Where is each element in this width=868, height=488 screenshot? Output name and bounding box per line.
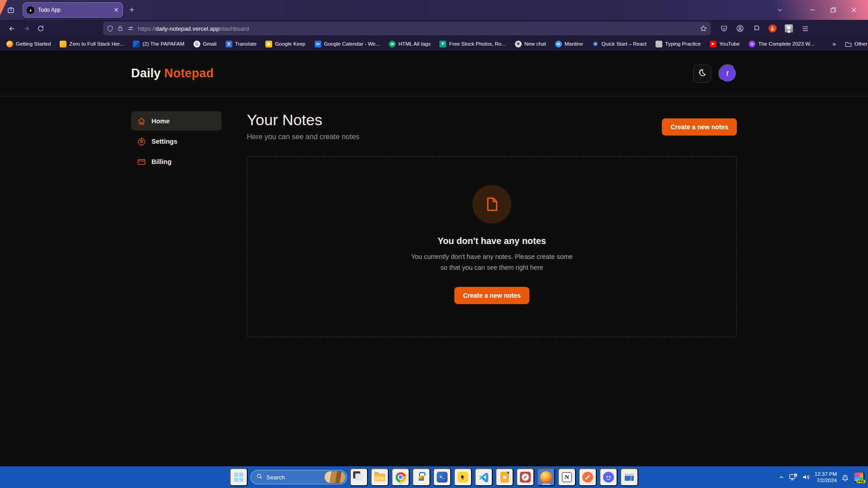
vercel-favicon-icon: ▲	[27, 6, 34, 14]
tray-date: 7/2/2024	[815, 477, 837, 483]
other-bookmarks-folder[interactable]: Other Bookmarks	[845, 41, 868, 47]
bookmark-react-quickstart[interactable]: ⚛Quick Start – React	[592, 41, 647, 47]
notes-doc-icon[interactable]	[495, 468, 514, 486]
task-view-icon[interactable]	[350, 468, 368, 486]
terminal-icon[interactable]: >_	[433, 468, 451, 486]
url-scheme: https://	[138, 25, 156, 32]
browser-tab-todo-app[interactable]: ▲ Todo App ✕	[23, 2, 123, 18]
todo-check-icon[interactable]: ✓	[516, 468, 534, 486]
tracking-shield-icon[interactable]	[107, 25, 113, 32]
translate-icon	[226, 41, 232, 47]
firefox-taskbar-icon[interactable]	[537, 468, 555, 486]
url-text[interactable]: https://daily-notepad.vercel.app/dashboa…	[138, 25, 696, 32]
notification-bell-icon[interactable]	[841, 474, 849, 481]
bookmark-typing-practice[interactable]: Typing Practice	[656, 41, 701, 47]
sidebar-item-settings[interactable]: Settings	[131, 131, 222, 151]
page-subtitle: Here you can see and create notes	[247, 133, 359, 141]
chrome-icon[interactable]	[392, 468, 410, 486]
keep-icon	[265, 41, 272, 47]
react-icon: ⚛	[592, 41, 599, 47]
file-explorer-icon[interactable]	[371, 468, 389, 486]
bookmark-mantine[interactable]: Mantine	[555, 41, 583, 47]
microsoft-store-icon[interactable]	[412, 468, 430, 486]
home-icon	[137, 117, 146, 126]
create-note-button-top[interactable]: Create a new notes	[662, 118, 737, 136]
address-bar[interactable]: https://daily-notepad.vercel.app/dashboa…	[103, 22, 711, 35]
web-page: Daily Notepad r Home	[0, 51, 868, 466]
bookmark-getting-started[interactable]: Getting Started	[6, 41, 51, 47]
back-icon[interactable]	[5, 22, 19, 35]
browser-toolbar: https://daily-notepad.vercel.app/dashboa…	[0, 20, 868, 37]
calendar-icon	[315, 41, 321, 47]
tab-title: Todo App	[38, 7, 110, 13]
auto-clicker-icon[interactable]	[454, 468, 472, 486]
list-all-tabs-icon[interactable]	[777, 7, 783, 13]
postman-icon[interactable]	[579, 468, 597, 486]
start-button[interactable]	[230, 468, 248, 486]
folder-icon	[845, 41, 852, 47]
extension-avatar-icon[interactable]	[782, 22, 796, 35]
firefox-view-icon[interactable]	[4, 3, 18, 17]
bookmarks-overflow-chevron-icon[interactable]: »	[832, 40, 836, 47]
account-icon[interactable]	[733, 22, 747, 35]
close-button[interactable]	[844, 3, 864, 17]
sidebar-item-home[interactable]: Home	[131, 111, 222, 131]
menu-hamburger-icon[interactable]	[798, 22, 812, 35]
tab-close-icon[interactable]: ✕	[113, 7, 119, 13]
theme-toggle-button[interactable]	[693, 65, 711, 83]
channel-icon	[133, 41, 140, 47]
browser-tab-bar: ▲ Todo App ✕ +	[0, 0, 868, 20]
typing-icon	[656, 41, 662, 47]
discord-icon[interactable]	[599, 468, 618, 486]
pocket-icon[interactable]	[717, 22, 731, 35]
sidebar-item-billing[interactable]: Billing	[131, 152, 222, 171]
bookmarks-bar: Getting Started Zero to Full Stack Her..…	[0, 37, 868, 51]
empty-state-title: You don't have any notes	[438, 236, 546, 246]
empty-state-description: You currently don't have any notes. Plea…	[411, 251, 573, 273]
adblocker-icon[interactable]: ✋	[766, 22, 779, 35]
reload-icon[interactable]	[33, 22, 48, 35]
permissions-icon[interactable]	[127, 25, 134, 32]
page-title: Your Notes	[247, 111, 359, 129]
w3schools-icon	[389, 41, 396, 47]
forward-icon[interactable]	[19, 22, 33, 35]
bookmark-pexels[interactable]: Free Stock Photos, Ro...	[439, 41, 505, 47]
copilot-icon[interactable]: PRE	[854, 472, 864, 483]
bookmark-zero-to-full-stack[interactable]: Zero to Full Stack Her...	[60, 41, 124, 47]
create-note-button-empty[interactable]: Create a new notes	[454, 287, 529, 304]
bookmark-google-keep[interactable]: Google Keep	[265, 41, 305, 47]
bookmark-html-tags[interactable]: HTML All tags	[389, 41, 430, 47]
gmail-icon	[193, 41, 200, 47]
speaker-icon[interactable]	[802, 474, 810, 481]
url-path: /dashboard	[220, 25, 249, 32]
tray-chevron-up-icon[interactable]	[778, 474, 784, 480]
search-icon	[256, 473, 263, 481]
bookmark-star-icon[interactable]	[700, 25, 707, 32]
credit-card-icon	[137, 157, 146, 166]
bookmark-new-chat[interactable]: New chat	[515, 41, 546, 47]
bookmark-google-calendar[interactable]: Google Calendar - We...	[315, 41, 380, 47]
restore-button[interactable]	[823, 3, 844, 17]
avatar[interactable]: r	[718, 64, 737, 83]
network-icon[interactable]	[789, 474, 797, 481]
new-tab-button[interactable]: +	[129, 5, 134, 15]
bookmark-papafam[interactable]: (2) The PAPAFAM	[133, 41, 184, 47]
desktop-screen: ▲ Todo App ✕ +	[0, 0, 868, 488]
app-logo[interactable]: Daily Notepad	[131, 66, 214, 80]
bookmark-youtube[interactable]: YouTube	[710, 41, 740, 47]
extensions-puzzle-icon[interactable]	[750, 22, 763, 35]
bookmark-gmail[interactable]: Gmail	[193, 41, 217, 47]
tray-time: 12:37 PM	[815, 471, 837, 477]
bookmark-complete-2023[interactable]: The Complete 2023 W...	[749, 41, 814, 47]
bookmark-translate[interactable]: Translate	[226, 41, 257, 47]
lock-icon[interactable]	[117, 25, 123, 32]
notion-icon[interactable]: N	[558, 468, 576, 486]
search-highlight-image	[325, 471, 345, 483]
preview-window-icon[interactable]	[620, 468, 638, 486]
tray-clock[interactable]: 12:37 PM 7/2/2024	[815, 471, 837, 483]
youtube-icon	[710, 41, 717, 47]
taskbar-search[interactable]: Search	[250, 470, 347, 484]
main-content: Your Notes Here you can see and create n…	[247, 111, 737, 337]
minimize-button[interactable]	[802, 3, 823, 17]
vscode-icon[interactable]	[475, 468, 493, 486]
